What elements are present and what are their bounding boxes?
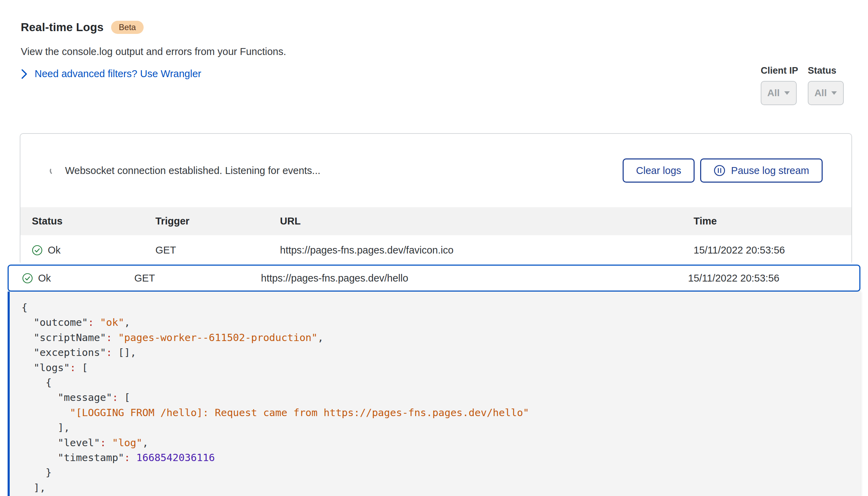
column-header-trigger: Trigger [155, 215, 280, 227]
spinner-icon [49, 165, 60, 176]
code-line: "logs": [ [21, 360, 850, 375]
code-line: "level": "log", [21, 435, 850, 450]
page-title: Real-time Logs [21, 21, 103, 34]
selected-table-row[interactable]: Ok GET https://pages-fns.pages.dev/hello… [8, 265, 860, 292]
column-header-time: Time [694, 215, 851, 227]
wrangler-link-row: Need advanced filters? Use Wrangler [21, 68, 201, 80]
code-line: "outcome": "ok", [21, 315, 850, 330]
code-line: ], [21, 420, 850, 435]
check-circle-icon [22, 273, 33, 284]
table-header: Status Trigger URL Time [20, 207, 851, 235]
logs-panel: Websocket connection established. Listen… [20, 133, 852, 265]
code-line: "message": [ [21, 390, 850, 405]
row-status: Ok [38, 273, 51, 284]
websocket-status-row: Websocket connection established. Listen… [20, 134, 851, 207]
row-url: https://pages-fns.pages.dev/favicon.ico [280, 245, 694, 256]
client-ip-label: Client IP [761, 65, 798, 76]
status-filter: Status All [808, 65, 844, 105]
status-dropdown[interactable]: All [808, 81, 844, 105]
filters: Client IP All Status All [761, 65, 844, 105]
code-line: "[LOGGING FROM /hello]: Request came fro… [21, 405, 850, 420]
check-circle-icon [32, 245, 43, 256]
page-subtitle: View the console.log output and errors f… [21, 46, 286, 57]
status-filter-value: All [814, 88, 827, 99]
websocket-status-text: Websocket connection established. Listen… [65, 165, 320, 176]
table-row[interactable]: Ok GET https://pages-fns.pages.dev/favic… [20, 235, 851, 265]
caret-down-icon [784, 91, 790, 95]
pause-log-stream-label: Pause log stream [731, 165, 809, 176]
code-line: "scriptName": "pages-worker--611502-prod… [21, 330, 850, 345]
wrangler-link[interactable]: Need advanced filters? Use Wrangler [35, 68, 201, 80]
pause-circle-icon [714, 165, 725, 176]
row-trigger: GET [155, 245, 280, 256]
page-header: Real-time Logs Beta [21, 21, 144, 34]
clear-logs-button[interactable]: Clear logs [623, 158, 695, 183]
client-ip-filter: Client IP All [761, 65, 798, 105]
status-filter-label: Status [808, 65, 844, 76]
row-time: 15/11/2022 20:53:56 [688, 273, 859, 284]
log-detail-json: { "outcome": "ok", "scriptName": "pages-… [8, 292, 860, 496]
row-trigger: GET [134, 273, 261, 284]
code-line: { [21, 300, 850, 315]
expanded-log-entry: Ok GET https://pages-fns.pages.dev/hello… [8, 265, 860, 496]
code-line: ], [21, 480, 850, 495]
caret-down-icon [831, 91, 837, 95]
row-time: 15/11/2022 20:53:56 [694, 245, 851, 256]
row-url: https://pages-fns.pages.dev/hello [261, 273, 688, 284]
client-ip-dropdown[interactable]: All [761, 81, 797, 105]
beta-badge: Beta [111, 21, 143, 34]
pause-log-stream-button[interactable]: Pause log stream [700, 158, 823, 183]
code-line: "exceptions": [], [21, 345, 850, 360]
log-actions: Clear logs Pause log stream [623, 158, 823, 183]
code-line: } [21, 465, 850, 480]
column-header-status: Status [20, 215, 155, 227]
code-line: "timestamp": 1668542036116 [21, 450, 850, 465]
code-line: { [21, 375, 850, 390]
row-status: Ok [48, 245, 61, 256]
client-ip-value: All [767, 88, 780, 99]
column-header-url: URL [280, 215, 694, 227]
realtime-logs-page: Real-time Logs Beta View the console.log… [0, 0, 868, 496]
chevron-right-icon [21, 68, 28, 80]
